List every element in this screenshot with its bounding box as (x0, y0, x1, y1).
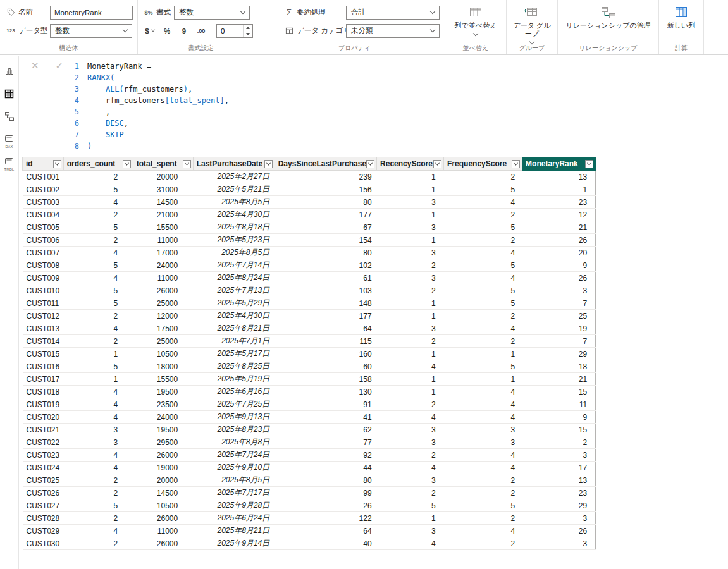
cell-MonetaryRank[interactable]: 3 (522, 512, 596, 525)
cell-total_spent[interactable]: 29500 (133, 436, 193, 449)
cell-id[interactable]: CUST010 (23, 284, 64, 297)
cell-DaysSinceLastPurchase[interactable]: 103 (275, 284, 376, 297)
cell-RecencyScore[interactable]: 3 (377, 436, 444, 449)
cell-MonetaryRank[interactable]: 15 (522, 424, 596, 436)
cell-orders_count[interactable]: 2 (63, 310, 133, 322)
cell-id[interactable]: CUST028 (23, 512, 64, 525)
cell-orders_count[interactable]: 5 (63, 183, 133, 196)
cell-total_spent[interactable]: 26000 (133, 449, 193, 462)
rail-item-data-view[interactable] (0, 83, 19, 106)
cell-FrequencyScore[interactable]: 4 (444, 411, 522, 424)
cell-FrequencyScore[interactable]: 3 (444, 424, 522, 436)
cell-LastPurchaseDate[interactable]: 2025年8月21日 (193, 525, 275, 537)
cell-id[interactable]: CUST015 (23, 348, 64, 360)
cell-id[interactable]: CUST012 (23, 310, 64, 322)
cell-FrequencyScore[interactable]: 2 (444, 474, 522, 487)
cell-MonetaryRank[interactable]: 2 (522, 436, 596, 449)
cell-id[interactable]: CUST013 (23, 322, 64, 335)
cell-LastPurchaseDate[interactable]: 2025年5月19日 (193, 373, 275, 386)
cell-DaysSinceLastPurchase[interactable]: 80 (275, 474, 376, 487)
data-groups-button[interactable]: データ グループ (512, 5, 552, 44)
cell-DaysSinceLastPurchase[interactable]: 26 (275, 499, 376, 512)
cell-RecencyScore[interactable]: 3 (377, 474, 444, 487)
cell-LastPurchaseDate[interactable]: 2025年7月14日 (193, 259, 275, 272)
cell-DaysSinceLastPurchase[interactable]: 77 (275, 436, 376, 449)
cell-total_spent[interactable]: 11000 (133, 272, 193, 284)
filter-dropdown-icon[interactable] (53, 160, 61, 168)
cell-FrequencyScore[interactable]: 2 (444, 487, 522, 499)
cell-total_spent[interactable]: 17500 (133, 322, 193, 335)
cell-MonetaryRank[interactable]: 21 (522, 221, 596, 234)
cell-RecencyScore[interactable]: 3 (377, 247, 444, 259)
cell-orders_count[interactable]: 4 (63, 411, 133, 424)
cell-MonetaryRank[interactable]: 26 (522, 525, 596, 537)
cell-RecencyScore[interactable]: 3 (377, 221, 444, 234)
cell-id[interactable]: CUST030 (23, 537, 64, 550)
formula-bar[interactable]: ✕ ✓ 1MonetaryRank =2RANKX(3 ALL(rfm_cust… (20, 56, 728, 157)
cell-total_spent[interactable]: 19500 (133, 386, 193, 398)
rail-item-dax-query-view[interactable]: DAX (0, 129, 19, 152)
cell-DaysSinceLastPurchase[interactable]: 64 (275, 322, 376, 335)
cell-id[interactable]: CUST003 (23, 196, 64, 209)
cell-orders_count[interactable]: 3 (63, 436, 133, 449)
cell-RecencyScore[interactable]: 1 (377, 348, 444, 360)
cell-orders_count[interactable]: 2 (63, 209, 133, 221)
cell-LastPurchaseDate[interactable]: 2025年7月24日 (193, 449, 275, 462)
thousands-separator-button[interactable]: 9 (177, 25, 191, 37)
cell-DaysSinceLastPurchase[interactable]: 44 (275, 462, 376, 474)
cell-RecencyScore[interactable]: 2 (377, 487, 444, 499)
cell-RecencyScore[interactable]: 1 (377, 297, 444, 310)
cell-FrequencyScore[interactable]: 4 (444, 449, 522, 462)
cell-total_spent[interactable]: 19000 (133, 462, 193, 474)
cell-LastPurchaseDate[interactable]: 2025年2月27日 (193, 171, 275, 183)
cell-FrequencyScore[interactable]: 4 (444, 196, 522, 209)
cell-id[interactable]: CUST014 (23, 335, 64, 348)
cell-total_spent[interactable]: 25000 (133, 335, 193, 348)
cell-id[interactable]: CUST017 (23, 373, 64, 386)
filter-dropdown-icon[interactable] (123, 160, 131, 168)
cell-total_spent[interactable]: 10500 (133, 348, 193, 360)
percent-format-button[interactable]: % (160, 25, 174, 37)
cell-DaysSinceLastPurchase[interactable]: 91 (275, 398, 376, 411)
cell-total_spent[interactable]: 26000 (133, 537, 193, 550)
cell-id[interactable]: CUST029 (23, 525, 64, 537)
cell-FrequencyScore[interactable]: 4 (444, 386, 522, 398)
cell-LastPurchaseDate[interactable]: 2025年5月23日 (193, 234, 275, 247)
cell-MonetaryRank[interactable]: 11 (522, 398, 596, 411)
cell-MonetaryRank[interactable]: 3 (522, 449, 596, 462)
cell-MonetaryRank[interactable]: 13 (522, 474, 596, 487)
cell-orders_count[interactable]: 4 (63, 386, 133, 398)
cell-DaysSinceLastPurchase[interactable]: 67 (275, 221, 376, 234)
cell-id[interactable]: CUST020 (23, 411, 64, 424)
cell-total_spent[interactable]: 17000 (133, 247, 193, 259)
cell-LastPurchaseDate[interactable]: 2025年9月28日 (193, 499, 275, 512)
cell-RecencyScore[interactable]: 3 (377, 322, 444, 335)
filter-dropdown-icon[interactable] (512, 160, 520, 168)
cell-DaysSinceLastPurchase[interactable]: 41 (275, 411, 376, 424)
cell-DaysSinceLastPurchase[interactable]: 64 (275, 525, 376, 537)
cell-LastPurchaseDate[interactable]: 2025年9月10日 (193, 462, 275, 474)
cell-FrequencyScore[interactable]: 5 (444, 297, 522, 310)
cell-orders_count[interactable]: 2 (63, 335, 133, 348)
rail-item-model-view[interactable] (0, 106, 19, 129)
cell-MonetaryRank[interactable]: 19 (522, 322, 596, 335)
cell-RecencyScore[interactable]: 1 (377, 386, 444, 398)
cell-id[interactable]: CUST005 (23, 221, 64, 234)
stepper-up-icon[interactable] (244, 25, 252, 31)
cell-MonetaryRank[interactable]: 3 (522, 537, 596, 550)
format-dropdown[interactable]: 整数 (174, 6, 250, 20)
cell-LastPurchaseDate[interactable]: 2025年7月25日 (193, 398, 275, 411)
cell-LastPurchaseDate[interactable]: 2025年5月17日 (193, 348, 275, 360)
cell-MonetaryRank[interactable]: 12 (522, 209, 596, 221)
cell-MonetaryRank[interactable]: 21 (522, 373, 596, 386)
cell-FrequencyScore[interactable]: 2 (444, 171, 522, 183)
cell-FrequencyScore[interactable]: 4 (444, 322, 522, 335)
column-header-MonetaryRank[interactable]: MonetaryRank (522, 157, 596, 171)
column-header-orders_count[interactable]: orders_count (63, 157, 133, 171)
cell-id[interactable]: CUST001 (23, 171, 64, 183)
cell-MonetaryRank[interactable]: 15 (522, 386, 596, 398)
decimal-places-button[interactable]: .00 (194, 25, 208, 37)
cell-FrequencyScore[interactable]: 2 (444, 512, 522, 525)
cell-id[interactable]: CUST026 (23, 487, 64, 499)
cell-id[interactable]: CUST019 (23, 398, 64, 411)
